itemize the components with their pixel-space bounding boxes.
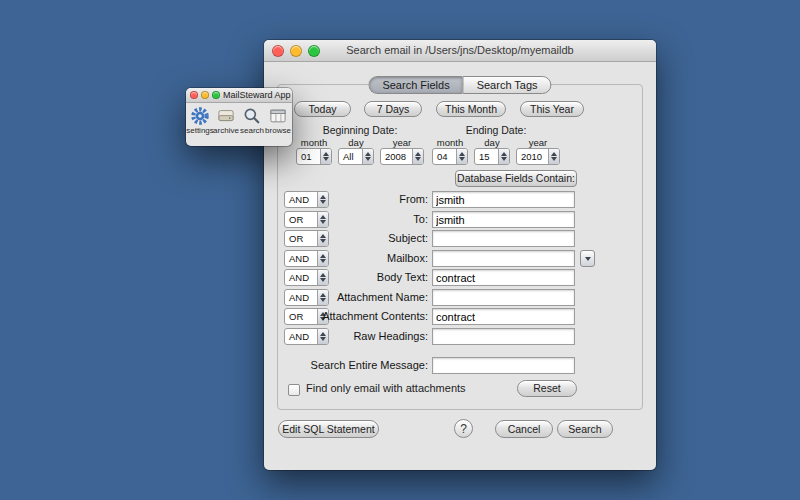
zoom-button-icon[interactable] — [212, 91, 220, 99]
desktop: { "colors": { "desktop_bg": "#3d6494", "… — [0, 0, 800, 500]
archive-icon — [216, 106, 236, 126]
toolbar-label-settings: settings — [186, 126, 214, 135]
mini-window-title: MailSteward App — [223, 88, 291, 102]
toolbar-label-archive: archive — [213, 126, 239, 135]
search-button[interactable]: Search — [557, 420, 613, 438]
toolbar-label-browse: browse — [265, 126, 291, 135]
mailsteward-app-window: MailSteward App settings archive — [186, 88, 292, 146]
mini-titlebar[interactable]: MailSteward App — [186, 88, 292, 103]
window-title: Search email in /Users/jns/Desktop/myema… — [264, 40, 656, 61]
toolbar-item-search[interactable]: search — [240, 106, 264, 143]
magnifier-icon — [242, 106, 262, 126]
edit-sql-button[interactable]: Edit SQL Statement — [278, 420, 379, 438]
toolbar-item-archive[interactable]: archive — [214, 106, 238, 143]
cancel-button[interactable]: Cancel — [495, 420, 553, 438]
minimize-button-icon[interactable] — [290, 45, 302, 57]
toolbar-item-settings[interactable]: settings — [188, 106, 212, 143]
help-button[interactable]: ? — [454, 419, 473, 438]
toolbar-label-search: search — [240, 126, 264, 135]
close-button-icon[interactable] — [272, 45, 284, 57]
browser-icon — [268, 106, 288, 126]
search-mode-tabs: Search Fields Search Tags — [368, 76, 551, 94]
mini-toolbar: settings archive search — [186, 104, 292, 146]
toolbar-item-browse[interactable]: browse — [266, 106, 290, 143]
zoom-button-icon[interactable] — [308, 45, 320, 57]
gear-icon — [190, 106, 210, 126]
search-email-window: Search email in /Users/jns/Desktop/myema… — [264, 40, 656, 470]
tab-content-box — [277, 84, 643, 410]
minimize-button-icon[interactable] — [201, 91, 209, 99]
tab-search-fields[interactable]: Search Fields — [368, 76, 462, 94]
tab-search-tags[interactable]: Search Tags — [463, 76, 552, 94]
close-button-icon[interactable] — [190, 91, 198, 99]
titlebar[interactable]: Search email in /Users/jns/Desktop/myema… — [264, 40, 656, 62]
